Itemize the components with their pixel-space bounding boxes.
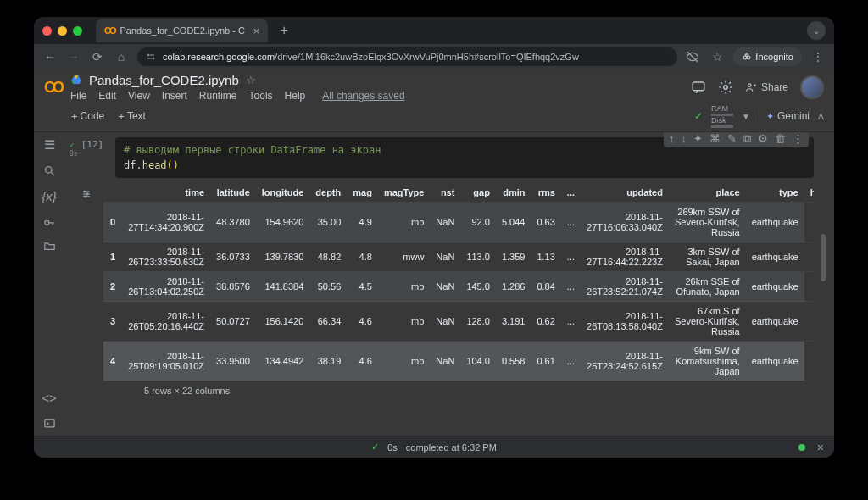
svg-rect-11 [44,419,53,427]
cell-mirror-icon[interactable]: ⧉ [743,132,751,146]
cell-move-down-icon[interactable]: ↓ [682,132,687,146]
table-cell: 2018-11-26T08:13:58.040Z [581,302,669,342]
notebook-toolbar: +Code +Text ✓ RAM Disk ▼ ✦Gemini ᐱ [34,102,834,132]
window-zoom-mac[interactable] [73,26,82,36]
table-cell: NaN [430,203,460,242]
share-button[interactable]: Share [745,81,788,93]
table-cell: 35.00 [309,203,347,242]
forward-icon[interactable]: → [66,50,81,64]
notebook-filename[interactable]: Pandas_for_CODE2.ipynb [89,73,239,87]
table-cell: ... [561,342,581,381]
home-icon[interactable]: ⌂ [114,50,129,64]
col-header: place [669,183,746,203]
eye-off-icon[interactable] [686,50,701,64]
cell-output: timelatitudelongitudedepthmagmagTypenstg… [70,183,814,396]
table-cell: 4 [103,342,122,381]
svg-rect-5 [693,82,704,91]
tabs-dropdown-icon[interactable]: ⌄ [807,21,826,40]
menu-help[interactable]: Help [285,90,306,102]
site-settings-icon[interactable] [146,52,156,62]
col-header: horizontalErr [804,183,814,203]
status-close-icon[interactable]: × [817,441,824,454]
add-code-button[interactable]: +Code [71,110,104,123]
reload-icon[interactable]: ⟳ [90,50,105,64]
search-icon[interactable] [43,164,56,177]
menu-tools[interactable]: Tools [249,90,273,102]
cell-exec-indicator[interactable]: ✓0s [12] [70,139,115,178]
table-cell: 113.0 [460,242,496,272]
bookmark-icon[interactable]: ☆ [709,50,725,64]
cell-ai-icon[interactable]: ✦ [693,132,703,146]
toc-icon[interactable]: ☰ [44,137,55,153]
gemini-button[interactable]: ✦Gemini [759,110,810,122]
table-cell: mww [378,242,430,272]
cell-link-icon[interactable]: ⌘ [709,132,721,146]
browser-menu-icon[interactable]: ⋮ [810,50,826,64]
table-cell: 134.4942 [256,342,310,381]
collapse-header-icon[interactable]: ᐱ [818,112,824,121]
runtime-dropdown-icon[interactable]: ▼ [742,112,750,121]
variables-icon[interactable]: {x} [42,189,57,203]
cell-more-icon[interactable]: ⋮ [793,132,804,146]
browser-tab[interactable]: CO Pandas_for_CODE2.ipynb - C × [96,19,268,42]
output-options-icon[interactable] [70,183,103,396]
code-snippets-icon[interactable]: <> [42,391,57,405]
star-icon[interactable]: ☆ [246,74,256,86]
table-cell: 0.84 [531,272,560,302]
cell-move-up-icon[interactable]: ↑ [669,132,675,146]
comments-icon[interactable] [691,80,706,95]
new-tab-button[interactable]: + [275,23,292,38]
col-header: rms [531,183,560,203]
menu-edit[interactable]: Edit [98,90,116,102]
cell-delete-icon[interactable]: 🗑 [775,132,786,146]
svg-point-17 [84,191,86,192]
window-minimize-mac[interactable] [58,26,67,36]
col-header: magType [378,183,430,203]
col-header: nst [430,183,460,203]
table-cell: 2018-11-27T14:34:20.900Z [122,203,210,242]
settings-gear-icon[interactable] [718,80,733,95]
menu-runtime[interactable]: Runtime [199,90,237,102]
address-bar[interactable]: colab.research.google.com/drive/1Mi16kc2… [137,47,677,66]
table-cell: 104.0 [460,342,496,381]
back-icon[interactable]: ← [42,50,58,64]
user-avatar[interactable] [800,75,824,99]
command-palette-icon[interactable] [43,417,56,430]
table-cell: mb [378,203,430,242]
col-header: updated [581,183,669,203]
incognito-badge[interactable]: Incognito [733,47,802,66]
table-cell: 1.359 [496,242,531,272]
table-cell: 0.63 [531,203,560,242]
close-tab-icon[interactable]: × [253,25,260,37]
table-cell: 1.286 [496,272,531,302]
table-cell: earthquake [746,272,804,302]
colab-logo-icon[interactable]: CO [44,79,62,97]
menu-view[interactable]: View [128,90,150,102]
window-close-mac[interactable] [42,26,52,36]
svg-point-2 [153,58,154,59]
table-cell: 154.9620 [256,203,310,242]
add-text-button[interactable]: +Text [118,110,146,123]
col-header: mag [347,183,378,203]
secrets-icon[interactable] [43,215,56,228]
table-cell: 33.9500 [210,342,256,381]
url-text: colab.research.google.com/drive/1Mi16kc2… [163,52,579,62]
table-cell: 66.34 [309,302,347,342]
col-header: latitude [210,183,256,203]
cell-toolbar: ↑ ↓ ✦ ⌘ ✎ ⧉ ⚙ 🗑 ⋮ [664,132,809,147]
save-status[interactable]: All changes saved [322,90,404,102]
vertical-scrollbar[interactable] [821,234,826,281]
files-icon[interactable] [43,240,56,253]
table-cell: 4.5 [347,272,378,302]
cell-gear-icon[interactable]: ⚙ [758,132,768,146]
menu-file[interactable]: File [70,90,86,102]
table-cell: 3.191 [496,302,531,342]
table-cell: 3km SSW ofSakai, Japan [669,242,746,272]
menu-insert[interactable]: Insert [162,90,187,102]
table-shape-note: 5 rows × 22 columns [103,381,814,396]
table-cell: 5.044 [496,203,531,242]
table-cell: 156.1420 [256,302,310,342]
table-cell: 2018-11-26T05:20:16.440Z [122,302,210,342]
cell-edit-icon[interactable]: ✎ [727,132,737,146]
resource-indicator[interactable]: RAM Disk [711,104,733,128]
